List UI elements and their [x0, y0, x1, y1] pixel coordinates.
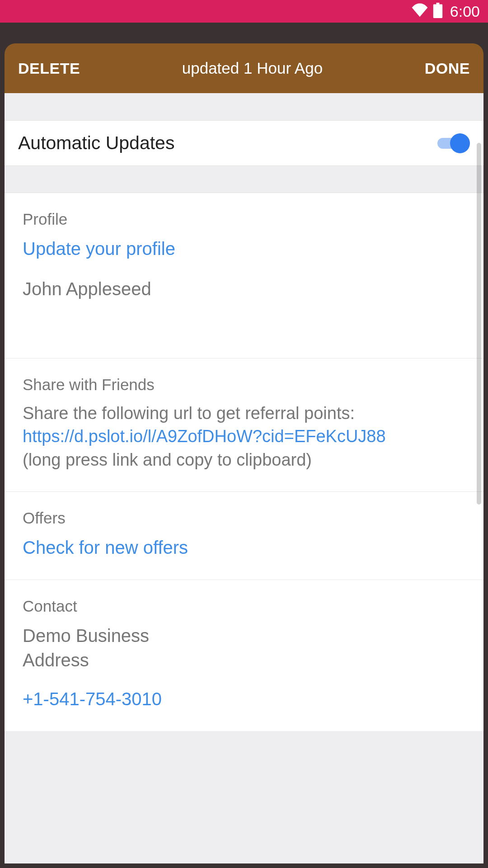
- status-time: 6:00: [450, 3, 480, 20]
- app-bar-spacer: [0, 23, 488, 43]
- delete-button[interactable]: DELETE: [18, 60, 80, 77]
- offers-section: Offers Check for new offers: [5, 492, 483, 580]
- automatic-updates-row[interactable]: Automatic Updates: [5, 120, 483, 166]
- contact-title: Contact: [23, 597, 465, 615]
- share-title: Share with Friends: [23, 376, 465, 394]
- share-section: Share with Friends Share the following u…: [5, 359, 483, 492]
- profile-section: Profile Update your profile John Applese…: [5, 193, 483, 359]
- contact-address: Address: [23, 648, 465, 672]
- spacer: [5, 93, 483, 120]
- spacer: [5, 166, 483, 193]
- offers-title: Offers: [23, 509, 465, 527]
- battery-icon: [433, 3, 443, 20]
- content-scroll[interactable]: Automatic Updates Profile Update your pr…: [5, 93, 483, 863]
- wifi-icon: [411, 2, 428, 21]
- share-hint-text: (long press link and copy to clipboard): [23, 448, 465, 472]
- done-button[interactable]: DONE: [425, 60, 470, 77]
- share-intro-text: Share the following url to get referral …: [23, 402, 465, 425]
- check-offers-link[interactable]: Check for new offers: [23, 535, 465, 560]
- status-bar: 6:00: [0, 0, 488, 23]
- update-profile-link[interactable]: Update your profile: [23, 236, 465, 261]
- contact-phone-link[interactable]: +1-541-754-3010: [23, 687, 465, 711]
- header-title: updated 1 Hour Ago: [182, 59, 323, 77]
- profile-name: John Appleseed: [23, 279, 465, 299]
- scrollbar[interactable]: [477, 143, 481, 505]
- settings-card: DELETE updated 1 Hour Ago DONE Automatic…: [5, 43, 483, 863]
- automatic-updates-toggle[interactable]: [437, 133, 470, 153]
- card-header: DELETE updated 1 Hour Ago DONE: [5, 43, 483, 93]
- contact-section: Contact Demo Business Address +1-541-754…: [5, 580, 483, 731]
- share-url-link[interactable]: https://d.pslot.io/l/A9ZofDHoW?cid=EFeKc…: [23, 425, 465, 448]
- profile-title: Profile: [23, 210, 465, 228]
- automatic-updates-label: Automatic Updates: [18, 132, 174, 154]
- contact-business-name: Demo Business: [23, 623, 465, 648]
